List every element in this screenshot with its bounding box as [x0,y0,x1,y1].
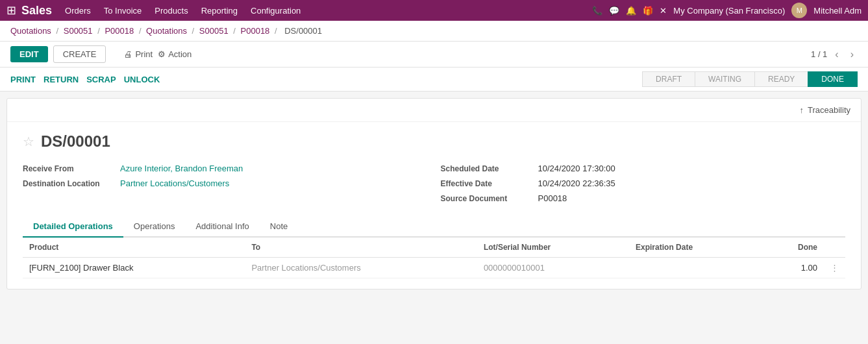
print-button[interactable]: 🖨 Print [124,49,153,59]
col-expiration: Expiration Date [629,238,762,258]
record-title: ☆ DS/00001 [23,132,845,151]
nav-configuration[interactable]: Configuration [251,6,301,16]
operations-table: Product To Lot/Serial Number Expiration … [23,238,845,278]
traceability-button[interactable]: ↑ Traceability [800,105,850,115]
edit-button[interactable]: EDIT [10,46,48,62]
nav-orders[interactable]: Orders [65,6,91,16]
effective-date-label: Effective Date [441,179,532,188]
breadcrumb-ds00001: DS/00001 [284,26,322,36]
nav-to-invoice[interactable]: To Invoice [104,6,142,16]
form-fields: Receive From Azure Interior, Brandon Fre… [23,164,845,203]
close-icon[interactable]: ✕ [660,6,667,16]
cell-done: 1.00 [762,258,824,278]
source-doc-row: Source Document P00018 [441,193,846,203]
topbar: ⊞ Sales Orders To Invoice Products Repor… [0,0,868,21]
topbar-icons: 📞 💬 🔔 🎁 ✕ My Company (San Francisco) M M… [592,3,862,18]
scheduled-date-row: Scheduled Date 10/24/2020 17:30:00 [441,164,846,173]
col-to: To [245,238,477,258]
return-action-button[interactable]: RETURN [43,72,86,87]
gear-icon: ⚙ [158,49,166,59]
status-steps: DRAFT WAITING READY DONE [642,71,858,87]
breadcrumb-p00018b[interactable]: P00018 [241,26,270,36]
receive-from-value[interactable]: Azure Interior, Brandon Freeman [120,164,243,173]
cell-to: Partner Locations/Customers [245,258,477,278]
gift-icon[interactable]: 🎁 [643,6,653,16]
tab-operations[interactable]: Operations [123,216,186,238]
grid-icon[interactable]: ⊞ [6,3,16,18]
company-label: My Company (San Francisco) [673,6,785,16]
destination-row: Destination Location Partner Locations/C… [23,178,428,188]
nav-reporting[interactable]: Reporting [201,6,238,16]
source-doc-value: P00018 [538,193,567,203]
breadcrumb-s00051a[interactable]: S00051 [64,26,93,36]
tab-detailed-operations[interactable]: Detailed Operations [23,216,123,238]
user-label: Mitchell Adm [813,6,862,16]
record-header: ↑ Traceability [7,99,861,122]
col-actions [824,238,845,258]
next-page-button[interactable]: › [847,47,858,62]
create-button[interactable]: CREATE [53,45,106,63]
col-lot-serial: Lot/Serial Number [477,238,629,258]
favorite-icon[interactable]: ☆ [23,134,34,149]
record-id: DS/00001 [41,132,110,151]
tab-additional-info[interactable]: Additional Info [185,216,259,238]
breadcrumb-s00051b[interactable]: S00051 [199,26,229,36]
printer-icon: 🖨 [124,49,132,59]
toolbar: EDIT CREATE 🖨 Print ⚙ Action 1 / 1 ‹ › [0,42,868,68]
step-draft[interactable]: DRAFT [642,71,695,87]
col-product: Product [23,238,245,258]
scheduled-date-label: Scheduled Date [441,164,532,173]
source-doc-label: Source Document [441,194,532,203]
top-nav: Orders To Invoice Products Reporting Con… [65,6,592,16]
main-content: ↑ Traceability ☆ DS/00001 Receive From A… [0,92,868,296]
statusbar: PRINT RETURN SCRAP UNLOCK DRAFT WAITING … [0,68,868,92]
cell-product: [FURN_2100] Drawer Black [23,258,245,278]
tabs: Detailed Operations Operations Additiona… [23,216,845,238]
traceability-icon: ↑ [800,105,804,115]
phone-icon[interactable]: 📞 [592,6,602,16]
breadcrumb-quotations2[interactable]: Quotations [146,26,187,36]
destination-value[interactable]: Partner Locations/Customers [120,178,229,188]
chat-icon[interactable]: 💬 [609,6,619,16]
cell-row-actions[interactable]: ⋮ [824,258,845,278]
pagination: 1 / 1 ‹ › [811,47,858,62]
scrap-action-button[interactable]: SCRAP [86,72,124,87]
print-action-button[interactable]: PRINT [10,72,43,87]
breadcrumb-p00018a[interactable]: P00018 [105,26,134,36]
breadcrumb: Quotations / S00051 / P00018 / Quotation… [0,21,868,42]
col-done: Done [762,238,824,258]
record-card: ↑ Traceability ☆ DS/00001 Receive From A… [6,98,862,289]
step-done[interactable]: DONE [808,71,858,87]
table-row: [FURN_2100] Drawer Black Partner Locatio… [23,258,845,278]
breadcrumb-quotations1[interactable]: Quotations [10,26,51,36]
avatar[interactable]: M [791,3,807,18]
prev-page-button[interactable]: ‹ [831,47,842,62]
destination-label: Destination Location [23,179,114,188]
brand-label[interactable]: Sales [21,4,52,18]
receive-from-label: Receive From [23,164,114,173]
action-button[interactable]: ⚙ Action [158,49,192,59]
effective-date-value: 10/24/2020 22:36:35 [538,178,615,188]
step-waiting[interactable]: WAITING [695,71,755,87]
effective-date-row: Effective Date 10/24/2020 22:36:35 [441,178,846,188]
cell-lot-serial: 0000000010001 [477,258,629,278]
step-ready[interactable]: READY [754,71,808,87]
cell-expiration [629,258,762,278]
bell-icon[interactable]: 🔔 [626,6,636,16]
nav-products[interactable]: Products [155,6,188,16]
unlock-action-button[interactable]: UNLOCK [124,72,168,87]
receive-from-row: Receive From Azure Interior, Brandon Fre… [23,164,428,173]
tab-note[interactable]: Note [260,216,298,238]
record-body: ☆ DS/00001 Receive From Azure Interior, … [7,122,861,289]
scheduled-date-value: 10/24/2020 17:30:00 [538,164,615,173]
